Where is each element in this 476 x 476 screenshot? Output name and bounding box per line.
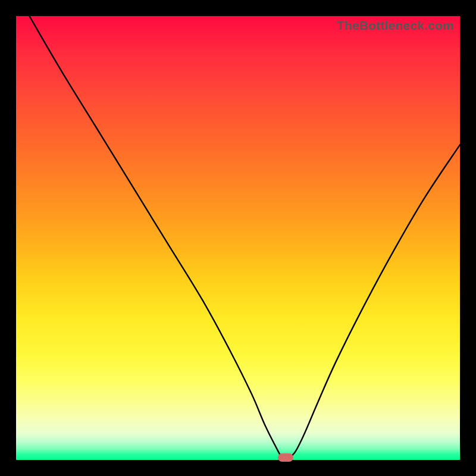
curve-path — [29, 16, 460, 459]
plot-area: TheBottleneck.com — [16, 16, 460, 460]
chart-frame: TheBottleneck.com — [0, 0, 476, 476]
bottleneck-curve — [16, 16, 460, 460]
optimal-marker — [278, 453, 293, 462]
